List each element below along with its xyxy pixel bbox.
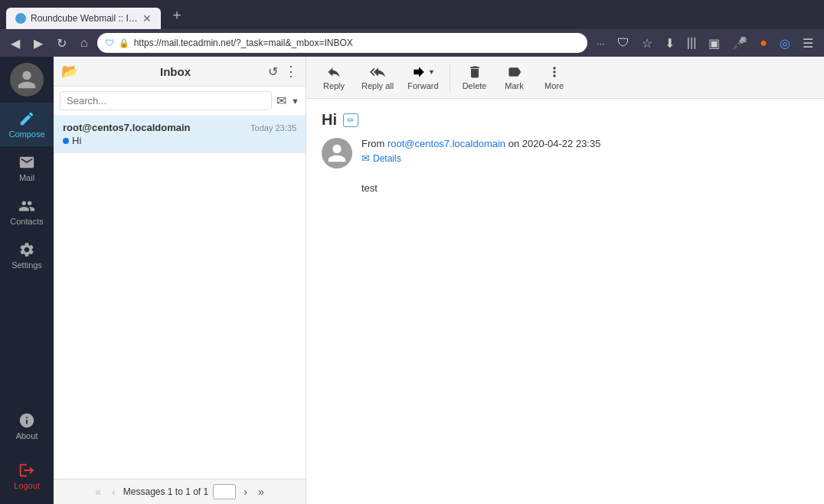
- avatar-icon: [16, 69, 38, 90]
- logout-label: Logout: [14, 481, 40, 490]
- toolbar-separator: [450, 64, 450, 91]
- next-page-button[interactable]: ›: [240, 484, 250, 499]
- edit-icon[interactable]: ✏: [343, 113, 358, 127]
- hamburger-menu[interactable]: ☰: [798, 33, 818, 54]
- app-container: Compose Mail Contacts Settings About Log…: [0, 57, 824, 504]
- logout-icon: [18, 462, 35, 479]
- reader-icon[interactable]: ▣: [704, 33, 724, 54]
- sync-icon[interactable]: ◎: [775, 33, 795, 54]
- back-button[interactable]: ◀: [6, 33, 25, 54]
- page-input[interactable]: 1: [213, 484, 236, 499]
- sidebar-item-mail[interactable]: Mail: [0, 146, 54, 190]
- tab-title: Roundcube Webmail :: Inbox: [31, 13, 138, 24]
- refresh-icon[interactable]: ↺: [268, 64, 278, 79]
- reply-all-button[interactable]: Reply all: [355, 61, 400, 93]
- sidebar-item-compose[interactable]: Compose: [0, 103, 54, 146]
- tab-favicon: [15, 13, 26, 24]
- email-info: From root@centos7.localdomain on 2020-04…: [361, 138, 809, 164]
- sidebar-item-settings[interactable]: Settings: [0, 234, 54, 277]
- sidebar-item-about[interactable]: About: [0, 404, 54, 448]
- more-icon: [547, 64, 562, 80]
- mark-button[interactable]: Mark: [496, 61, 533, 93]
- folder-icon: 📂: [61, 63, 78, 80]
- more-button[interactable]: More: [536, 61, 573, 93]
- nav-more-button[interactable]: ···: [592, 33, 610, 54]
- messages-info: Messages 1 to 1 of 1: [123, 486, 208, 497]
- email-subject-line: Hi ✏: [322, 111, 809, 129]
- details-envelope-icon: ✉: [361, 152, 370, 164]
- mark-label: Mark: [505, 81, 523, 90]
- reload-button[interactable]: ↻: [52, 33, 71, 54]
- email-meta: From root@centos7.localdomain on 2020-04…: [322, 138, 809, 169]
- more-label: More: [544, 81, 564, 90]
- forward-dropdown-icon: ▼: [428, 68, 435, 76]
- mail-sender: root@centos7.localdomain: [63, 122, 191, 133]
- home-button[interactable]: ⌂: [76, 33, 93, 53]
- mail-subject: Hi: [63, 135, 296, 146]
- mail-list: root@centos7.localdomain Today 23:35 Hi: [54, 116, 306, 479]
- security-shield-icon: 🛡: [105, 38, 114, 48]
- mail-item-header: root@centos7.localdomain Today 23:35: [63, 122, 296, 133]
- firefox-icon[interactable]: ●: [755, 33, 772, 54]
- delete-label: Delete: [463, 81, 487, 90]
- details-label: Details: [373, 153, 401, 164]
- search-input[interactable]: [60, 91, 272, 110]
- address-bar[interactable]: 🛡 🔒 https://mail.tecadmin.net/?_task=mai…: [97, 33, 587, 53]
- inbox-title: Inbox: [83, 65, 268, 78]
- contacts-label: Contacts: [10, 217, 43, 226]
- pocket-icon[interactable]: 🛡: [613, 33, 634, 54]
- search-dropdown-icon[interactable]: ▼: [291, 97, 299, 106]
- reply-all-icon: [370, 64, 385, 80]
- reply-button[interactable]: Reply: [316, 61, 352, 93]
- sidebar-item-contacts[interactable]: Contacts: [0, 190, 54, 234]
- email-body: test: [361, 181, 809, 197]
- mail-subject-text: Hi: [72, 135, 81, 146]
- library-icon[interactable]: |||: [682, 33, 701, 54]
- compose-label: Compose: [8, 129, 44, 139]
- email-subject: Hi: [322, 111, 337, 129]
- reply-all-label: Reply all: [361, 81, 394, 90]
- forward-inner: ▼: [411, 64, 435, 80]
- forward-button[interactable]: ▶: [29, 33, 47, 54]
- address-url: https://mail.tecadmin.net/?_task=mail&_m…: [134, 38, 353, 48]
- forward-label: Forward: [407, 81, 438, 90]
- user-avatar: [10, 63, 44, 97]
- mail-pagination: « ‹ Messages 1 to 1 of 1 1 › »: [54, 479, 306, 504]
- email-view: Reply Reply all ▼ Forward Delete Mark: [306, 57, 824, 504]
- settings-label: Settings: [11, 260, 42, 270]
- first-page-button[interactable]: «: [92, 484, 104, 499]
- sender-avatar-icon: [326, 142, 348, 164]
- on-label: on: [508, 138, 522, 149]
- delete-button[interactable]: Delete: [456, 61, 493, 93]
- nav-right-buttons: ··· 🛡 ☆ ⬇ ||| ▣ 🎤 ● ◎ ☰: [592, 33, 818, 54]
- reply-label: Reply: [323, 81, 345, 90]
- unread-dot: [63, 138, 69, 144]
- last-page-button[interactable]: »: [255, 484, 267, 499]
- panel-more-icon[interactable]: ⋮: [284, 63, 298, 80]
- from-address[interactable]: root@centos7.localdomain: [387, 138, 505, 149]
- email-toolbar: Reply Reply all ▼ Forward Delete Mark: [306, 57, 824, 99]
- new-tab-button[interactable]: ＋: [164, 2, 190, 27]
- mark-icon: [507, 64, 522, 80]
- bookmark-icon[interactable]: ☆: [637, 33, 657, 54]
- prev-page-button[interactable]: ‹: [109, 484, 119, 499]
- email-from: From root@centos7.localdomain on 2020-04…: [361, 138, 809, 149]
- about-label: About: [16, 431, 38, 440]
- navigation-bar: ◀ ▶ ↻ ⌂ 🛡 🔒 https://mail.tecadmin.net/?_…: [0, 29, 824, 57]
- mail-panel-header: 📂 Inbox ↺ ⋮: [54, 57, 306, 87]
- sidebar: Compose Mail Contacts Settings About Log…: [0, 57, 54, 504]
- sender-avatar: [322, 138, 352, 169]
- delete-icon: [467, 64, 482, 80]
- details-link[interactable]: ✉ Details: [361, 152, 809, 164]
- from-label: From: [361, 138, 384, 149]
- email-content: Hi ✏ From root@centos7.localdomain on 20…: [306, 99, 824, 504]
- download-icon[interactable]: ⬇: [660, 33, 679, 54]
- mic-icon[interactable]: 🎤: [728, 33, 752, 54]
- browser-tab[interactable]: Roundcube Webmail :: Inbox ✕: [6, 8, 161, 29]
- sidebar-item-logout[interactable]: Logout: [0, 454, 54, 498]
- forward-button[interactable]: ▼ Forward: [403, 61, 443, 93]
- mail-item[interactable]: root@centos7.localdomain Today 23:35 Hi: [54, 116, 306, 153]
- email-date: 2020-04-22 23:35: [522, 138, 601, 149]
- search-envelope-icon[interactable]: ✉: [276, 93, 286, 108]
- tab-close-icon[interactable]: ✕: [142, 12, 152, 25]
